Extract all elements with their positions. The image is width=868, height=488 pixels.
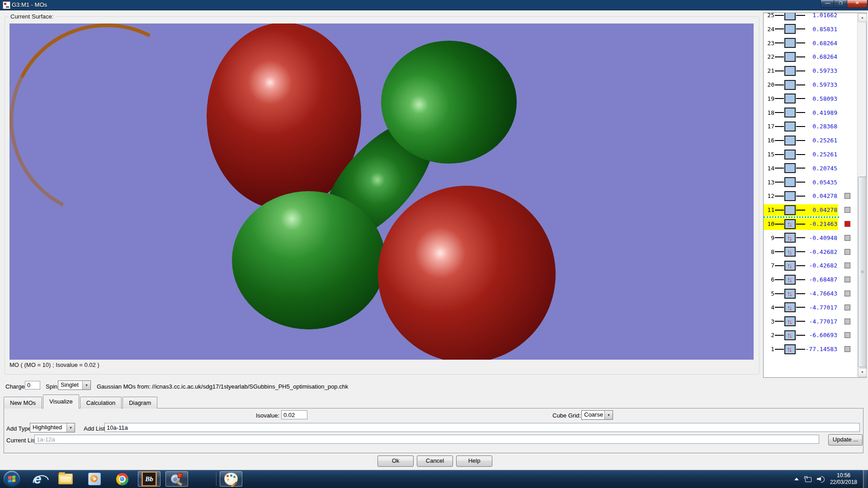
mo-row-22[interactable]: 220.68264 [764,50,856,64]
mo-row-main[interactable]: 3↑↓-4.77017 [764,315,838,327]
chevron-down-icon[interactable]: ▼ [66,423,75,432]
orbital-box[interactable] [784,163,796,173]
mo-row-main[interactable]: 190.58093 [764,93,838,104]
mo-visible-checkbox[interactable] [844,263,850,268]
mo-row-16[interactable]: 160.25261 [764,133,856,147]
mo-visible-checkbox[interactable] [844,193,850,199]
molecule-viewport[interactable] [9,23,754,360]
mo-row-14[interactable]: 140.20745 [764,161,856,175]
mo-row-20[interactable]: 200.59733 [764,78,856,92]
mo-row-5[interactable]: 5↑↓-4.76643 [764,286,856,300]
orbital-box[interactable]: ↑↓ [784,316,796,326]
cancel-button[interactable]: Cancel [417,455,453,467]
mo-visible-checkbox[interactable] [844,249,850,255]
mo-row-12[interactable]: 120.04278 [764,189,856,203]
mo-visible-checkbox[interactable] [844,305,850,310]
mo-visible-checkbox[interactable] [844,277,850,282]
mo-row-main[interactable]: 210.59733 [764,65,838,77]
help-button[interactable]: Help [456,455,492,467]
mo-row-24[interactable]: 240.85831 [764,22,856,36]
cube-grid-dropdown[interactable]: Coarse ▼ [581,410,613,420]
mo-row-6[interactable]: 6↑↓-0.68487 [764,272,856,286]
mo-row-main[interactable]: 251.01662 [764,13,838,21]
orbital-box[interactable]: ↑↓ [784,302,796,312]
mo-visible-checkbox[interactable] [844,207,850,213]
orbital-box[interactable] [784,52,796,62]
orbital-box[interactable] [784,122,796,131]
mo-row-main[interactable]: 160.25261 [764,135,838,146]
taskbar-internet-explorer[interactable]: e [27,471,48,487]
tray-hidden-icons-arrow-icon[interactable] [794,478,799,480]
mo-row-4[interactable]: 4↑↓-4.77017 [764,300,856,314]
orbital-box[interactable]: ↑↓ [784,289,796,299]
orbital-box[interactable]: ↑↓ [784,344,796,354]
mo-row-main[interactable]: 150.25261 [764,149,838,160]
orbital-box[interactable] [784,94,796,103]
taskbar-windows-explorer[interactable] [55,471,76,487]
mo-row-main[interactable]: 170.28368 [764,121,838,132]
mo-row-3[interactable]: 3↑↓-4.77017 [764,314,856,328]
mo-row-main[interactable]: 220.68264 [764,51,838,63]
orbital-box[interactable] [784,66,796,76]
orbital-box[interactable] [784,150,796,160]
mo-row-main[interactable]: 180.41989 [764,107,838,118]
mo-row-main[interactable]: 5↑↓-4.76643 [764,288,838,300]
mo-row-main[interactable]: 1↑↓-77.14583 [764,343,838,355]
scrollbar-down-arrow-icon[interactable]: ▼ [858,368,867,377]
mo-row-main[interactable]: 8↑↓-0.42682 [764,246,838,258]
isovalue-input[interactable] [281,410,307,419]
mo-row-main[interactable]: 110.04278 [764,204,838,216]
start-button[interactable] [4,471,20,487]
tab-diagram[interactable]: Diagram [123,397,157,408]
mo-list-scrollbar[interactable]: ▲ ▼ [857,13,866,377]
chevron-down-icon[interactable]: ▼ [604,411,613,419]
charge-input[interactable] [25,381,40,389]
mo-row-main[interactable]: 120.04278 [764,190,838,202]
mo-row-main[interactable]: 240.85831 [764,23,838,35]
orbital-box[interactable]: ↑↓ [784,261,796,271]
taskbar-blackboard[interactable]: Bb [138,471,160,487]
mo-visible-checkbox[interactable] [844,332,850,338]
mo-row-main[interactable]: 140.20745 [764,162,838,174]
taskbar-chrome[interactable] [112,471,132,487]
chevron-down-icon[interactable]: ▼ [82,381,90,389]
mo-row-1[interactable]: 1↑↓-77.14583 [764,342,856,356]
tab-visualize[interactable]: Visualize [43,394,79,408]
mo-row-17[interactable]: 170.28368 [764,119,856,133]
mo-visible-checkbox[interactable] [844,319,850,324]
mo-row-23[interactable]: 230.68264 [764,36,856,50]
update-button[interactable]: Update ... [828,434,863,446]
mo-row-main[interactable]: 130.05435 [764,176,838,188]
mo-row-21[interactable]: 210.59733 [764,64,856,78]
taskbar-clock[interactable]: 10:56 22/03/2018 [830,472,857,486]
orbital-box[interactable]: ↑↓ [784,247,796,257]
mo-row-25[interactable]: 251.01662 [764,13,856,22]
speaker-icon[interactable] [817,476,825,482]
current-list-input[interactable] [34,435,819,444]
mo-row-main[interactable]: 7↑↓-0.42682 [764,260,838,272]
scrollbar-thumb[interactable] [858,177,867,367]
mo-row-2[interactable]: 2↑↓-6.60693 [764,328,856,342]
mo-row-11[interactable]: 110.04278 [764,203,856,217]
mo-row-10[interactable]: 10↑↓-0.21463 [764,217,856,231]
orbital-box[interactable] [784,108,796,117]
network-icon[interactable] [804,476,811,482]
mo-row-main[interactable]: 230.68264 [764,37,838,49]
spin-dropdown[interactable]: Singlet ▼ [58,380,91,390]
orbital-box[interactable] [784,191,796,201]
close-button[interactable]: ✕ [847,0,868,8]
restore-button[interactable]: ❐ [834,0,848,8]
orbital-box[interactable] [784,80,796,90]
add-type-dropdown[interactable]: Highlighted ▼ [30,423,75,432]
mo-row-13[interactable]: 130.05435 [764,175,856,189]
mo-row-18[interactable]: 180.41989 [764,106,856,120]
orbital-box[interactable] [784,24,796,34]
mo-visible-checkbox[interactable] [844,346,850,352]
minimize-button[interactable]: — [821,0,835,8]
mo-row-main[interactable]: 10↑↓-0.21463 [764,218,838,230]
taskbar-media-player[interactable] [84,471,105,487]
orbital-box[interactable]: ↑↓ [784,330,796,340]
mo-row-main[interactable]: 2↑↓-6.60693 [764,329,838,341]
show-desktop-button[interactable] [863,470,868,488]
add-list-input[interactable] [104,423,860,432]
